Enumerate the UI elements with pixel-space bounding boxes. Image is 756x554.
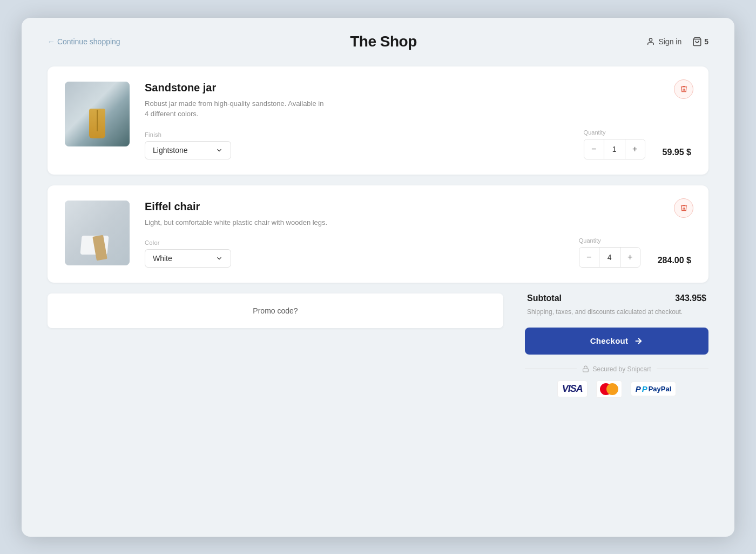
item-desc-sandstone: Robust jar made from high-quality sandst…	[145, 98, 328, 119]
chevron-down-icon	[215, 255, 223, 262]
increase-qty-eiffel[interactable]: +	[620, 248, 640, 267]
delete-eiffel-button[interactable]	[674, 198, 693, 218]
qty-value-eiffel: 4	[599, 248, 620, 267]
svg-rect-3	[583, 369, 589, 372]
item-options-eiffel: Color White Quantity − 4	[145, 237, 691, 268]
cart-icon	[692, 37, 702, 46]
item-info-eiffel: Eiffel chair Light, but comfortable whit…	[145, 201, 691, 268]
trash-icon	[680, 85, 688, 93]
header-right: Sign in 5	[646, 37, 708, 46]
item-image-eiffel	[65, 201, 130, 265]
cart-item-sandstone: Sandstone jar Robust jar made from high-…	[48, 66, 708, 175]
item-name-eiffel: Eiffel chair	[145, 201, 691, 213]
color-label: Color	[145, 239, 231, 246]
finish-value: Lightstone	[153, 146, 188, 155]
subtotal-label: Subtotal	[527, 293, 562, 303]
lock-icon	[582, 365, 589, 372]
mc-orange-circle	[606, 383, 618, 395]
main-content: Sandstone jar Robust jar made from high-…	[22, 61, 734, 419]
secured-divider: Secured by Snipcart	[525, 365, 708, 373]
finish-option-group: Finish Lightstone	[145, 131, 231, 159]
cart-item-eiffel: Eiffel chair Light, but comfortable whit…	[48, 185, 708, 283]
checkout-label: Checkout	[590, 336, 629, 345]
paypal-icon: P P PayPal	[631, 382, 677, 396]
qty-value-sandstone: 1	[604, 139, 625, 159]
visa-icon: VISA	[557, 381, 588, 397]
bottom-section: Promo code? Subtotal 343.95$ Shipping, t…	[48, 293, 708, 398]
divider-right	[657, 369, 708, 369]
finish-select[interactable]: Lightstone	[145, 141, 231, 159]
item-options-sandstone: Finish Lightstone Quantity −	[145, 129, 691, 159]
secured-text: Secured by Snipcart	[592, 365, 651, 373]
subtotal-value: 343.95$	[675, 293, 706, 303]
item-name-sandstone: Sandstone jar	[145, 82, 691, 94]
eiffel-image	[65, 201, 130, 265]
promo-section: Promo code?	[48, 293, 503, 328]
quantity-label-eiffel: Quantity	[579, 237, 601, 244]
sandstone-image	[65, 82, 130, 146]
color-value: White	[153, 254, 172, 263]
arrow-right-icon	[633, 336, 643, 346]
trash-icon-eiffel	[680, 204, 688, 212]
sign-in-button[interactable]: Sign in	[646, 37, 681, 46]
item-price-eiffel: 284.00 $	[658, 256, 691, 268]
quantity-group-sandstone: Quantity − 1 +	[584, 129, 645, 159]
shipping-note: Shipping, taxes, and discounts calculate…	[525, 308, 708, 317]
item-image-sandstone	[65, 82, 130, 146]
page-title: The Shop	[350, 33, 417, 50]
promo-label: Promo code?	[253, 306, 298, 315]
item-info-sandstone: Sandstone jar Robust jar made from high-…	[145, 82, 691, 159]
promo-box[interactable]: Promo code?	[48, 293, 503, 328]
increase-qty-sandstone[interactable]: +	[625, 139, 645, 159]
secured-section: Secured by Snipcart VISA P P	[525, 365, 708, 398]
sign-in-label: Sign in	[658, 37, 681, 46]
summary-section: Subtotal 343.95$ Shipping, taxes, and di…	[525, 293, 708, 398]
continue-shopping-link[interactable]: ← Continue shopping	[48, 37, 120, 46]
header: ← Continue shopping The Shop Sign in 5	[22, 18, 734, 61]
chevron-down-icon	[215, 146, 223, 154]
item-price-sandstone: 59.95 $	[663, 148, 691, 159]
color-select[interactable]: White	[145, 249, 231, 268]
finish-label: Finish	[145, 131, 231, 138]
cart-button[interactable]: 5	[692, 37, 708, 46]
svg-point-0	[650, 38, 652, 41]
quantity-controls-eiffel: − 4 +	[579, 247, 640, 268]
color-option-group: Color White	[145, 239, 231, 268]
divider-left	[525, 369, 577, 369]
checkout-button[interactable]: Checkout	[525, 328, 708, 355]
user-icon	[646, 37, 655, 46]
secured-label: Secured by Snipcart	[582, 365, 651, 373]
quantity-group-eiffel: Quantity − 4 +	[579, 237, 640, 268]
subtotal-row: Subtotal 343.95$	[525, 293, 708, 303]
delete-sandstone-button[interactable]	[674, 79, 693, 99]
payment-icons: VISA P P PayPal	[525, 381, 708, 398]
app-window: ← Continue shopping The Shop Sign in 5	[22, 18, 734, 537]
mastercard-icon	[596, 381, 622, 398]
cart-count: 5	[704, 37, 708, 46]
quantity-label-sandstone: Quantity	[584, 129, 606, 136]
header-left: ← Continue shopping	[48, 37, 120, 46]
quantity-controls-sandstone: − 1 +	[584, 139, 645, 159]
decrease-qty-sandstone[interactable]: −	[584, 139, 604, 159]
decrease-qty-eiffel[interactable]: −	[579, 248, 599, 267]
item-desc-eiffel: Light, but comfortable white plastic cha…	[145, 217, 328, 228]
